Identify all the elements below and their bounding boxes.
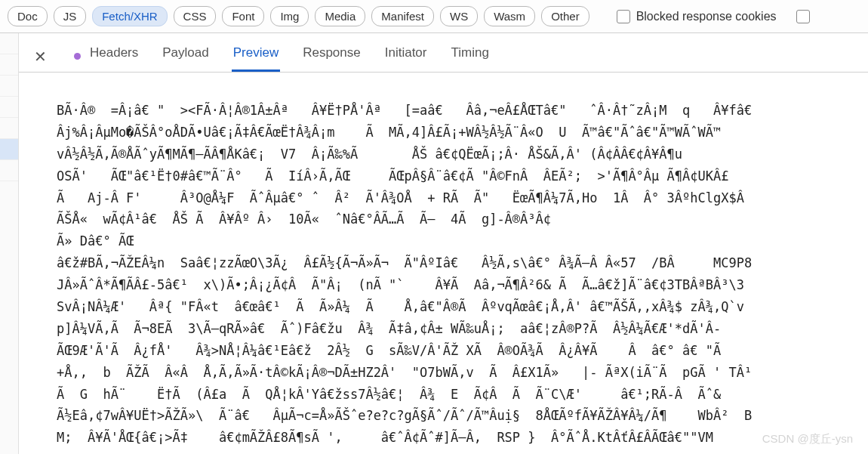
- filter-js[interactable]: JS: [54, 6, 87, 26]
- blocked-cookies-toggle[interactable]: Blocked response cookies: [617, 10, 777, 23]
- filter-img[interactable]: Img: [270, 6, 309, 26]
- filter-fetch-xhr[interactable]: Fetch/XHR: [92, 6, 167, 26]
- filter-font[interactable]: Font: [222, 6, 264, 26]
- tab-initiator[interactable]: Initiator: [383, 41, 429, 72]
- request-list-sidebar: [0, 33, 19, 454]
- filter-bar: Doc JS Fetch/XHR CSS Font Img Media Mani…: [0, 0, 868, 33]
- blocked-cookies-label: Blocked response cookies: [636, 10, 777, 23]
- sidebar-row-selected[interactable]: [0, 139, 18, 160]
- tab-payload[interactable]: Payload: [161, 41, 210, 72]
- detail-panel: ✕ Headers Payload Preview Response Initi…: [19, 33, 868, 454]
- sidebar-row[interactable]: [0, 160, 18, 181]
- extra-checkbox[interactable]: [796, 10, 810, 23]
- tab-timing[interactable]: Timing: [449, 41, 490, 72]
- filter-manifest[interactable]: Manifest: [371, 6, 434, 26]
- status-dot-icon: [74, 53, 81, 60]
- checkbox-icon[interactable]: [617, 10, 630, 23]
- main-area: ✕ Headers Payload Preview Response Initi…: [0, 33, 868, 454]
- sidebar-row[interactable]: [0, 76, 18, 97]
- tab-response[interactable]: Response: [301, 41, 362, 72]
- filter-wasm[interactable]: Wasm: [484, 6, 535, 26]
- response-preview-text: BÃ·Â® =Â¡â€ " ><FÃ·Â¦Â®1Â±Âª Â¥Ë†PÅ'Âª […: [19, 73, 868, 454]
- sidebar-row[interactable]: [0, 118, 18, 139]
- sidebar-row[interactable]: [0, 54, 18, 76]
- filter-doc[interactable]: Doc: [8, 6, 48, 26]
- filter-media[interactable]: Media: [315, 6, 365, 26]
- filter-other[interactable]: Other: [541, 6, 589, 26]
- tab-preview[interactable]: Preview: [232, 41, 280, 72]
- tab-headers[interactable]: Headers: [88, 41, 140, 72]
- sidebar-row[interactable]: [0, 97, 18, 118]
- sidebar-row[interactable]: [0, 33, 18, 54]
- tabs-row: ✕ Headers Payload Preview Response Initi…: [19, 33, 868, 73]
- watermark: CSDN @度丘-ysn: [762, 432, 853, 446]
- close-icon[interactable]: ✕: [28, 46, 53, 67]
- filter-css[interactable]: CSS: [174, 6, 217, 26]
- filter-ws[interactable]: WS: [440, 6, 478, 26]
